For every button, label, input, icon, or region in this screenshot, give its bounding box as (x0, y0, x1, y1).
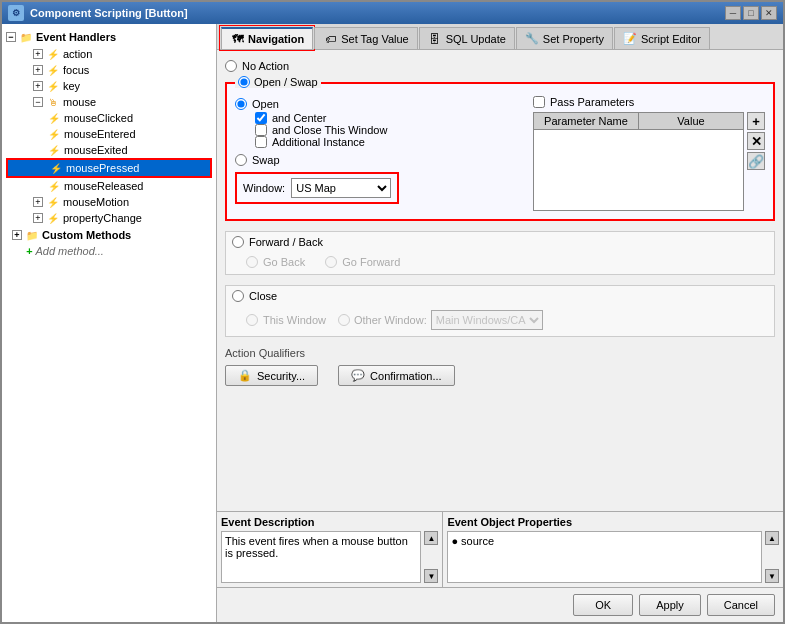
key-icon: ⚡ (46, 79, 60, 93)
event-properties: Event Object Properties ● source ▲ ▼ (443, 512, 783, 587)
go-back-option[interactable]: Go Back (246, 254, 305, 270)
tree-item-focus[interactable]: + ⚡ focus (6, 62, 212, 78)
open-swap-radio[interactable] (238, 76, 250, 88)
action-expand[interactable]: + (33, 49, 43, 59)
tree-item-mouseExited[interactable]: ⚡ mouseExited (6, 142, 212, 158)
open-swap-inner: Open and Center (235, 96, 765, 211)
and-close-option[interactable]: and Close This Window (255, 124, 525, 136)
custom-methods-section: + 📁 Custom Methods (6, 226, 212, 244)
ok-button[interactable]: OK (573, 594, 633, 616)
mouseMotion-expand[interactable]: + (33, 197, 43, 207)
propertyChange-label: propertyChange (63, 212, 142, 224)
window-select[interactable]: US Map (291, 178, 391, 198)
go-back-radio (246, 256, 258, 268)
and-close-checkbox[interactable] (255, 124, 267, 136)
propertyChange-expand[interactable]: + (33, 213, 43, 223)
mouseExited-icon: ⚡ (47, 143, 61, 157)
pass-params-section: Pass Parameters Parameter Name Value (533, 96, 765, 211)
tab-sql-update[interactable]: 🗄 SQL Update (419, 27, 515, 49)
custom-methods-label: Custom Methods (42, 229, 131, 241)
this-window-option[interactable]: This Window (246, 312, 326, 328)
tab-set-property[interactable]: 🔧 Set Property (516, 27, 613, 49)
forward-back-radio[interactable] (232, 236, 244, 248)
key-expand[interactable]: + (33, 81, 43, 91)
security-button[interactable]: 🔒 Security... (225, 365, 318, 386)
swap-option[interactable]: Swap (235, 152, 525, 168)
tree-item-mouseEntered[interactable]: ⚡ mouseEntered (6, 126, 212, 142)
no-action-radio[interactable] (225, 60, 237, 72)
focus-label: focus (63, 64, 89, 76)
open-option[interactable]: Open (235, 96, 525, 112)
open-swap-left: Open and Center (235, 96, 525, 211)
scroll-down-arrow[interactable]: ▼ (424, 569, 438, 583)
set-prop-tab-icon: 🔧 (525, 32, 539, 46)
tree-item-mousePressed[interactable]: ⚡ mousePressed (6, 158, 212, 178)
mouse-label: mouse (63, 96, 96, 108)
open-radio[interactable] (235, 98, 247, 110)
add-method-item[interactable]: + Add method... (6, 244, 212, 258)
delete-param-button[interactable]: ✕ (747, 132, 765, 150)
custom-methods-expand[interactable]: + (12, 230, 22, 240)
tree-item-mouseReleased[interactable]: ⚡ mouseReleased (6, 178, 212, 194)
restore-button[interactable]: □ (743, 6, 759, 20)
link-param-button[interactable]: 🔗 (747, 152, 765, 170)
this-window-radio (246, 314, 258, 326)
tree-item-key[interactable]: + ⚡ key (6, 78, 212, 94)
event-props-scroll-up[interactable]: ▲ (765, 531, 779, 545)
tree-item-mouse[interactable]: − 🖱 mouse (6, 94, 212, 110)
root-icon: 📁 (19, 30, 33, 44)
tab-navigation[interactable]: 🗺 Navigation (221, 27, 313, 49)
tree-item-action[interactable]: + ⚡ action (6, 46, 212, 62)
tab-bar: 🗺 Navigation 🏷 Set Tag Value 🗄 SQL Updat… (217, 24, 783, 50)
main-content: − 📁 Event Handlers + ⚡ action + ⚡ focus (2, 24, 783, 622)
and-close-label: and Close This Window (272, 124, 387, 136)
minimize-button[interactable]: ─ (725, 6, 741, 20)
add-param-button[interactable]: + (747, 112, 765, 130)
sql-tab-label: SQL Update (446, 33, 506, 45)
window-title: Component Scripting [Button] (30, 7, 719, 19)
add-method-label: Add method... (35, 245, 104, 257)
event-desc-content: This event fires when a mouse button is … (221, 531, 438, 583)
script-tab-icon: 📝 (623, 32, 637, 46)
and-center-checkbox[interactable] (255, 112, 267, 124)
bottom-bar: Event Description This event fires when … (217, 511, 783, 587)
event-description: Event Description This event fires when … (217, 512, 443, 587)
no-action-option[interactable]: No Action (225, 58, 775, 74)
add-method-icon: + (26, 245, 32, 257)
close-button[interactable]: ✕ (761, 6, 777, 20)
scroll-up-arrow[interactable]: ▲ (424, 531, 438, 545)
pass-params-checkbox[interactable] (533, 96, 545, 108)
event-props-scroll-down[interactable]: ▼ (765, 569, 779, 583)
event-props-scrollbar: ▲ ▼ (765, 531, 779, 583)
and-center-option[interactable]: and Center (255, 112, 525, 124)
no-action-label: No Action (242, 60, 289, 72)
mouseClicked-icon: ⚡ (47, 111, 61, 125)
additional-instance-option[interactable]: Additional Instance (255, 136, 525, 148)
value-col: Value (639, 113, 743, 129)
confirmation-button[interactable]: 💬 Confirmation... (338, 365, 455, 386)
key-label: key (63, 80, 80, 92)
apply-button[interactable]: Apply (639, 594, 701, 616)
mouseMotion-label: mouseMotion (63, 196, 129, 208)
event-props-title: Event Object Properties (447, 516, 779, 528)
go-forward-option[interactable]: Go Forward (325, 254, 400, 270)
swap-radio[interactable] (235, 154, 247, 166)
main-window: ⚙ Component Scripting [Button] ─ □ ✕ − 📁… (0, 0, 785, 624)
cancel-button[interactable]: Cancel (707, 594, 775, 616)
mouse-expand[interactable]: − (33, 97, 43, 107)
other-window-option[interactable]: Other Window: Main Windows/CA (338, 308, 543, 332)
tree-item-mouseMotion[interactable]: + ⚡ mouseMotion (6, 194, 212, 210)
root-expand[interactable]: − (6, 32, 16, 42)
tree-item-mouseClicked[interactable]: ⚡ mouseClicked (6, 110, 212, 126)
other-window-select[interactable]: Main Windows/CA (431, 310, 543, 330)
tab-script-editor[interactable]: 📝 Script Editor (614, 27, 710, 49)
additional-instance-checkbox[interactable] (255, 136, 267, 148)
mousePressed-label: mousePressed (66, 162, 139, 174)
focus-expand[interactable]: + (33, 65, 43, 75)
script-tab-label: Script Editor (641, 33, 701, 45)
close-header: Close (226, 286, 774, 306)
set-prop-tab-label: Set Property (543, 33, 604, 45)
close-radio[interactable] (232, 290, 244, 302)
tree-item-propertyChange[interactable]: + ⚡ propertyChange (6, 210, 212, 226)
tab-set-tag-value[interactable]: 🏷 Set Tag Value (314, 27, 417, 49)
